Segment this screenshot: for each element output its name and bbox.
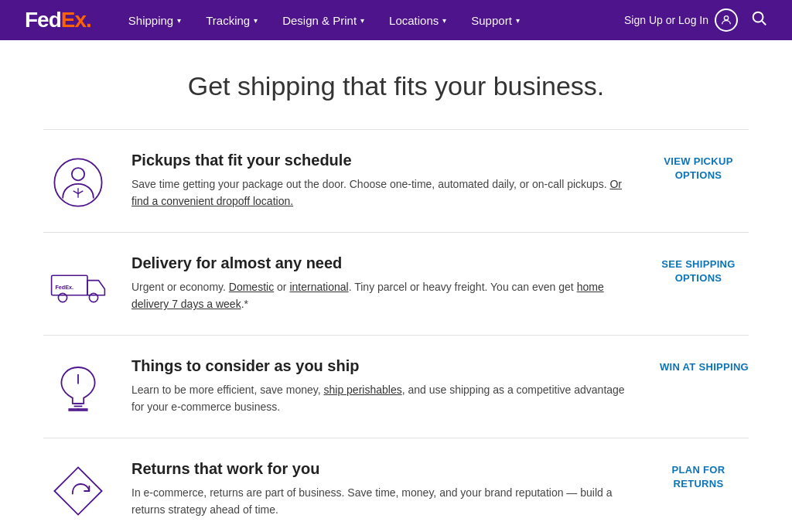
chevron-down-icon: ▾ bbox=[177, 16, 181, 25]
plan-for-returns-button[interactable]: PLAN FOR RETURNS bbox=[648, 463, 749, 491]
pickups-cta: VIEW PICKUP OPTIONS bbox=[648, 152, 749, 182]
nav-item-design-print[interactable]: Design & Print ▾ bbox=[270, 0, 377, 40]
delivery-international-link[interactable]: international bbox=[289, 281, 348, 293]
tips-icon bbox=[43, 357, 113, 416]
nav-support-label: Support bbox=[471, 14, 512, 27]
nav-item-shipping[interactable]: Shipping ▾ bbox=[116, 0, 193, 40]
fedex-logo[interactable]: FedEx. bbox=[25, 8, 91, 32]
feature-list: Pickups that fit your schedule Save time… bbox=[43, 129, 749, 532]
nav-right: Sign Up or Log In bbox=[624, 9, 767, 32]
delivery-body: Delivery for almost any need Urgent or e… bbox=[131, 254, 630, 313]
tips-title: Things to consider as you ship bbox=[131, 357, 630, 375]
feature-row-pickups: Pickups that fit your schedule Save time… bbox=[43, 129, 749, 232]
logo-fed-text: Fed bbox=[25, 8, 61, 32]
search-button[interactable] bbox=[750, 9, 767, 31]
view-pickup-options-button[interactable]: VIEW PICKUP OPTIONS bbox=[648, 155, 749, 182]
svg-point-3 bbox=[54, 159, 101, 206]
svg-text:FedEx.: FedEx. bbox=[55, 284, 73, 291]
returns-title: Returns that work for you bbox=[131, 460, 630, 478]
nav-tracking-label: Tracking bbox=[206, 14, 250, 27]
tips-perishables-link[interactable]: ship perishables bbox=[324, 384, 402, 396]
nav-design-label: Design & Print bbox=[282, 14, 357, 27]
delivery-desc: Urgent or economy. Domestic or internati… bbox=[131, 278, 630, 313]
delivery-title: Delivery for almost any need bbox=[131, 254, 630, 272]
chevron-down-icon: ▾ bbox=[516, 16, 520, 25]
nav-items: Shipping ▾ Tracking ▾ Design & Print ▾ L… bbox=[116, 0, 624, 40]
nav-item-tracking[interactable]: Tracking ▾ bbox=[193, 0, 270, 40]
returns-desc-text: In e-commerce, returns are part of busin… bbox=[131, 486, 613, 516]
pickups-desc: Save time getting your package out the d… bbox=[131, 176, 630, 210]
sign-up-button[interactable]: Sign Up or Log In bbox=[624, 9, 738, 32]
chevron-down-icon: ▾ bbox=[442, 16, 446, 25]
svg-line-2 bbox=[762, 21, 766, 25]
delivery-desc-or: or bbox=[274, 281, 289, 293]
returns-desc: In e-commerce, returns are part of busin… bbox=[131, 484, 630, 519]
main-content: Get shipping that fits your business. Pi… bbox=[25, 40, 767, 532]
feature-row-returns: Returns that work for you In e-commerce,… bbox=[43, 438, 749, 532]
tips-desc-text1: Learn to be more efficient, save money, bbox=[131, 384, 324, 396]
sign-up-label: Sign Up or Log In bbox=[624, 14, 708, 26]
returns-cta: PLAN FOR RETURNS bbox=[648, 460, 749, 491]
nav-item-locations[interactable]: Locations ▾ bbox=[377, 0, 459, 40]
page-headline: Get shipping that fits your business. bbox=[43, 71, 749, 101]
tips-body: Things to consider as you ship Learn to … bbox=[131, 357, 630, 416]
logo-ex-text: Ex bbox=[61, 8, 86, 32]
delivery-desc-text1: Urgent or economy. bbox=[131, 281, 229, 293]
tips-desc: Learn to be more efficient, save money, … bbox=[131, 381, 630, 416]
pickups-desc-text1: Save time getting your package out the d… bbox=[131, 178, 609, 190]
logo-dot: . bbox=[86, 8, 91, 32]
returns-icon bbox=[43, 460, 113, 519]
pickups-title: Pickups that fit your schedule bbox=[131, 152, 630, 169]
nav-locations-label: Locations bbox=[389, 14, 439, 27]
tips-cta: WIN AT SHIPPING bbox=[648, 357, 749, 374]
pickups-body: Pickups that fit your schedule Save time… bbox=[131, 152, 630, 210]
see-shipping-options-button[interactable]: SEE SHIPPING OPTIONS bbox=[648, 257, 749, 285]
delivery-cta: SEE SHIPPING OPTIONS bbox=[648, 254, 749, 285]
delivery-domestic-link[interactable]: Domestic bbox=[229, 281, 274, 293]
chevron-down-icon: ▾ bbox=[360, 16, 364, 25]
nav-shipping-label: Shipping bbox=[128, 14, 173, 27]
returns-body: Returns that work for you In e-commerce,… bbox=[131, 460, 630, 519]
svg-point-4 bbox=[72, 168, 84, 180]
feature-row-delivery: FedEx. Delivery for almost any need Urge… bbox=[43, 232, 749, 335]
pickups-icon bbox=[43, 152, 113, 210]
win-at-shipping-button[interactable]: WIN AT SHIPPING bbox=[660, 360, 749, 374]
user-icon bbox=[715, 9, 738, 32]
feature-row-tips: Things to consider as you ship Learn to … bbox=[43, 335, 749, 438]
delivery-desc-text2: . Tiny parcel or heavy freight. You can … bbox=[349, 281, 577, 293]
nav-item-support[interactable]: Support ▾ bbox=[459, 0, 532, 40]
delivery-icon: FedEx. bbox=[43, 254, 113, 313]
svg-point-0 bbox=[724, 16, 728, 20]
delivery-desc-end: .* bbox=[241, 298, 248, 310]
chevron-down-icon: ▾ bbox=[254, 16, 258, 25]
navigation: FedEx. Shipping ▾ Tracking ▾ Design & Pr… bbox=[0, 0, 792, 40]
svg-point-1 bbox=[753, 12, 763, 22]
